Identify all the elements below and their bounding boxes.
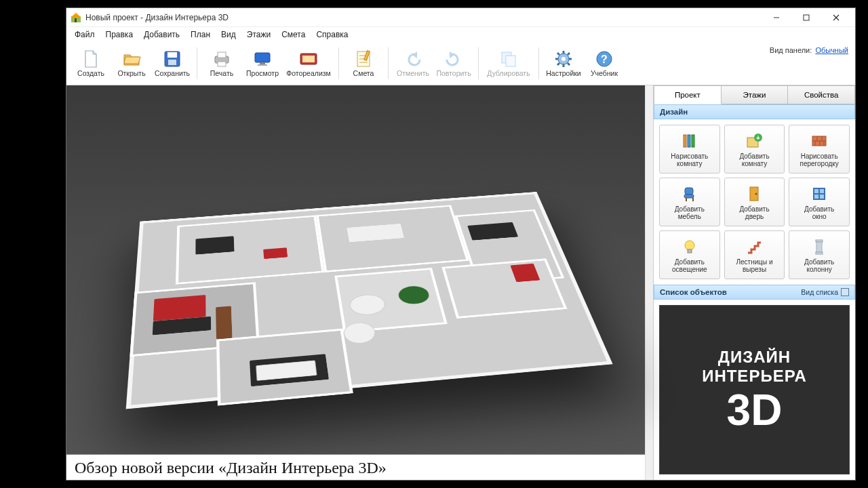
print-button[interactable]: Печать — [201, 43, 242, 83]
lightbulb-icon — [680, 237, 699, 256]
duplicate-label: Дублировать — [487, 70, 530, 77]
stairs-label: Лестницы и вырезы — [734, 258, 774, 273]
object-list-label: Список объектов — [660, 288, 727, 296]
promo-line2: ИНТЕРЬЕРА — [702, 367, 807, 386]
svg-point-61 — [685, 241, 694, 250]
add-door-label: Добавить дверь — [738, 205, 770, 220]
svg-line-35 — [557, 63, 559, 65]
new-file-icon — [81, 49, 100, 68]
estimate-label: Смета — [353, 70, 374, 77]
open-label: Открыть — [117, 70, 145, 77]
open-button[interactable]: Открыть — [111, 43, 152, 83]
folder-open-icon — [122, 49, 141, 68]
redo-icon — [444, 49, 463, 68]
draw-room-button[interactable]: Нарисовать комнату — [659, 125, 720, 174]
list-view-toggle[interactable]: Вид списка — [801, 288, 849, 296]
toolbar: Создать Открыть Сохранить Печать — [66, 42, 855, 85]
svg-rect-2 — [75, 18, 77, 22]
redo-label: Повторить — [436, 70, 471, 77]
manual-button[interactable]: ? Учебник — [584, 43, 625, 83]
settings-button[interactable]: Настройки — [543, 43, 584, 83]
svg-line-33 — [557, 53, 559, 55]
brick-wall-icon — [810, 131, 829, 150]
menu-estimate[interactable]: Смета — [276, 28, 311, 41]
settings-label: Настройки — [546, 70, 581, 77]
preview-button[interactable]: Просмотр — [242, 43, 283, 83]
object-list-header: Список объектов Вид списка — [654, 285, 855, 300]
add-door-button[interactable]: Добавить дверь — [724, 178, 785, 226]
add-light-button[interactable]: Добавить освещение — [659, 230, 720, 279]
column-icon — [810, 237, 829, 256]
add-column-button[interactable]: Добавить колонну — [789, 230, 850, 279]
maximize-button[interactable] — [791, 9, 821, 26]
create-button[interactable]: Создать — [71, 43, 111, 83]
promo-line1: ДИЗАЙН — [718, 348, 791, 367]
minimize-button[interactable] — [762, 9, 791, 26]
add-furniture-label: Добавить мебель — [673, 205, 706, 220]
stairs-icon — [745, 237, 764, 256]
viewport-3d[interactable]: Обзор новой версии «Дизайн Интерьера 3D» — [66, 85, 645, 480]
svg-rect-13 — [255, 53, 270, 62]
tab-floors[interactable]: Этажи — [722, 85, 789, 104]
undo-button[interactable]: Отменить — [393, 43, 433, 83]
add-room-label: Добавить комнату — [738, 152, 770, 167]
menu-floors[interactable]: Этажи — [241, 28, 276, 41]
caption-text: Обзор новой версии «Дизайн Интерьера 3D» — [75, 459, 387, 476]
svg-rect-17 — [302, 56, 315, 62]
gear-icon — [554, 49, 573, 68]
redo-button[interactable]: Повторить — [433, 43, 474, 83]
list-view-label: Вид списка — [801, 288, 838, 296]
undo-icon — [403, 49, 422, 68]
duplicate-button[interactable]: Дублировать — [483, 43, 534, 83]
titlebar: Новый проект - Дизайн Интерьера 3D — [66, 8, 855, 27]
add-window-label: Добавить окно — [803, 205, 835, 220]
viewport-scrollbar[interactable] — [645, 85, 653, 480]
svg-rect-52 — [685, 188, 693, 195]
app-icon — [71, 12, 81, 23]
tab-properties[interactable]: Свойства — [788, 85, 855, 104]
add-room-button[interactable]: + Добавить комнату — [724, 125, 785, 174]
add-light-label: Добавить освещение — [671, 258, 709, 273]
svg-rect-62 — [688, 249, 692, 253]
svg-text:?: ? — [601, 54, 608, 65]
estimate-button[interactable]: Смета — [343, 43, 384, 83]
photoreal-button[interactable]: Фотореализм — [283, 43, 334, 83]
print-label: Печать — [210, 70, 233, 77]
tab-project[interactable]: Проект — [654, 85, 722, 104]
close-button[interactable] — [821, 9, 851, 26]
svg-rect-9 — [168, 60, 176, 65]
svg-rect-15 — [258, 64, 267, 66]
window-icon — [810, 184, 829, 203]
menu-view[interactable]: Вид — [216, 28, 241, 41]
add-furniture-button[interactable]: Добавить мебель — [659, 178, 720, 226]
menu-help[interactable]: Справка — [311, 28, 353, 41]
menu-plan[interactable]: План — [185, 28, 216, 41]
printer-icon — [212, 49, 231, 68]
svg-rect-14 — [260, 62, 265, 64]
door-icon — [745, 184, 764, 203]
app-window: Новый проект - Дизайн Интерьера 3D Файл … — [66, 7, 856, 481]
pencil-ruler-icon — [680, 131, 699, 150]
add-window-button[interactable]: Добавить окно — [789, 178, 850, 226]
menu-add[interactable]: Добавить — [138, 28, 185, 41]
draw-room-label: Нарисовать комнату — [669, 152, 709, 167]
svg-rect-12 — [218, 62, 226, 66]
svg-point-28 — [561, 57, 566, 61]
save-button[interactable]: Сохранить — [152, 43, 193, 83]
preview-label: Просмотр — [246, 70, 279, 77]
svg-rect-53 — [684, 195, 694, 198]
stairs-button[interactable]: Лестницы и вырезы — [724, 230, 785, 279]
menu-file[interactable]: Файл — [69, 28, 100, 41]
panel-view-switcher: Вид панели: Обычный — [770, 46, 848, 54]
draw-wall-button[interactable]: Нарисовать перегородку — [789, 125, 850, 174]
svg-marker-24 — [450, 52, 454, 58]
design-header-label: Дизайн — [660, 108, 688, 116]
promo-line3: 3D — [727, 388, 783, 432]
menu-edit[interactable]: Правка — [100, 28, 139, 41]
design-section-header: Дизайн — [654, 104, 855, 119]
create-label: Создать — [77, 70, 104, 77]
notepad-icon — [354, 49, 373, 68]
video-caption: Обзор новой версии «Дизайн Интерьера 3D» — [66, 454, 645, 480]
panel-view-link[interactable]: Обычный — [815, 46, 848, 54]
promo-banner: ДИЗАЙН ИНТЕРЬЕРА 3D — [659, 305, 850, 474]
